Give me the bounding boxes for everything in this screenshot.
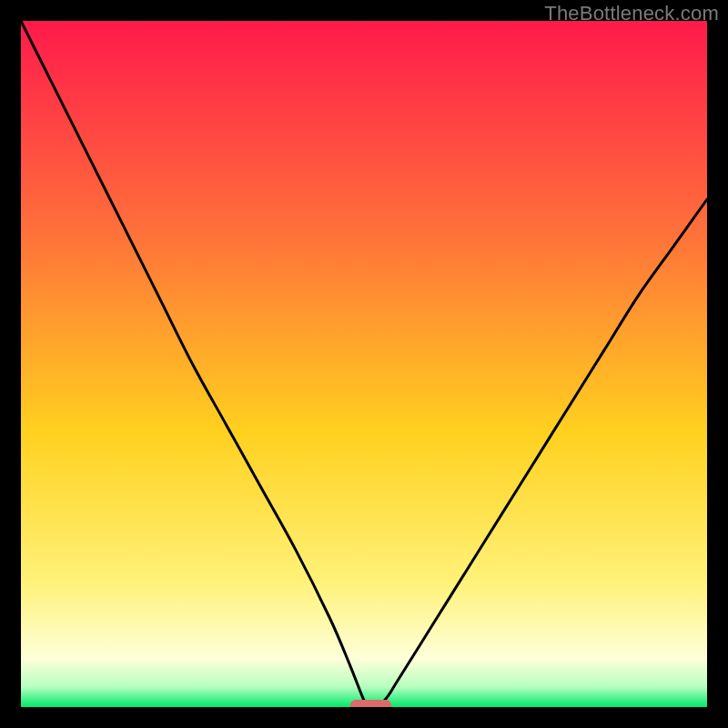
minimum-marker <box>350 700 391 707</box>
chart-frame: TheBottleneck.com <box>0 0 728 728</box>
gradient-background <box>21 21 707 707</box>
chart-svg <box>21 21 707 707</box>
plot-area <box>21 21 707 707</box>
